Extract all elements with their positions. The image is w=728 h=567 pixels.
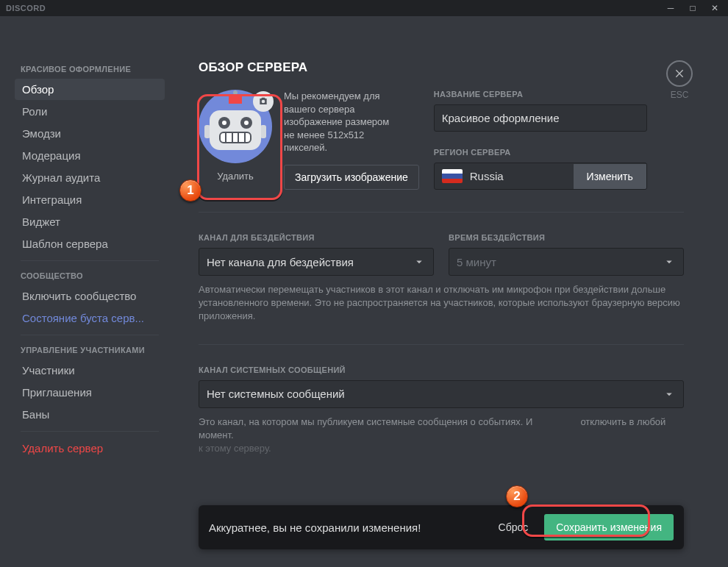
unsaved-changes-message: Аккуратнее, вы не сохранили изменения! [209,521,488,534]
afk-channel-label: КАНАЛ ДЛЯ БЕЗДЕЙСТВИЯ [199,233,434,242]
sidebar-section-members: УПРАВЛЕНИЕ УЧАСТНИКАМИ [15,341,165,359]
chevron-down-icon [663,388,676,401]
afk-timeout-select[interactable]: 5 минут [449,248,684,276]
system-channel-label: КАНАЛ СИСТЕМНЫХ СООБЩЕНИЙ [199,365,684,374]
chevron-down-icon [413,255,426,268]
close-icon [674,68,685,79]
save-changes-button[interactable]: Сохранить изменения [544,514,674,541]
afk-timeout-label: ВРЕМЯ БЕЗДЕЙСТВИЯ [449,233,684,242]
sidebar-item-invites[interactable]: Приглашения [15,382,165,403]
afk-help-text: Автоматически перемещать участников в эт… [199,283,684,324]
app-window: DISCORD ─ □ ✕ КРАСИВОЕ ОФОРМЛЕНИЕ Обзор … [0,0,728,567]
upload-image-button[interactable]: Загрузить изображение [284,165,419,190]
close-button[interactable]: ✕ [704,0,725,16]
server-region-value: Russia [435,163,574,189]
divider [199,212,684,213]
page-title: ОБЗОР СЕРВЕРА [199,60,684,75]
system-channel-value: Нет системных сообщений [207,388,345,400]
sidebar-item-delete-server[interactable]: Удалить сервер [15,438,165,459]
avatar-recommendation-text: Мы рекомендуем для вашего сервера изобра… [284,90,402,154]
change-region-button[interactable]: Изменить [574,164,646,189]
settings-sidebar: КРАСИВОЕ ОФОРМЛЕНИЕ Обзор Роли Эмодзи Мо… [0,16,169,567]
sidebar-section-community: СООБЩЕСТВО [15,267,165,285]
server-region-label: РЕГИОН СЕРВЕРА [434,148,647,157]
afk-timeout-value: 5 минут [457,256,496,268]
sidebar-divider [21,260,159,261]
sidebar-item-boost-status[interactable]: Состояние буста серв... [15,307,165,329]
annotation-badge-1: 1 [179,179,201,202]
remove-avatar-link[interactable]: Удалить [217,171,254,182]
sidebar-item-widget[interactable]: Виджет [15,211,165,232]
sidebar-item-template[interactable]: Шаблон сервера [15,233,165,254]
sidebar-item-audit-log[interactable]: Журнал аудита [15,167,165,188]
server-name-label: НАЗВАНИЕ СЕРВЕРА [434,90,647,99]
sidebar-section-server: КРАСИВОЕ ОФОРМЛЕНИЕ [15,60,165,78]
titlebar-brand: DISCORD [6,4,46,13]
sidebar-item-overview[interactable]: Обзор [15,79,165,100]
sidebar-item-bans[interactable]: Баны [15,404,165,425]
system-channel-select[interactable]: Нет системных сообщений [199,380,684,408]
sidebar-item-integrations[interactable]: Интеграция [15,189,165,210]
chevron-down-icon [663,255,676,268]
system-channel-help-text: Это канал, на котором мы публикуем систе… [199,416,684,456]
server-name-input[interactable] [434,104,647,132]
sidebar-item-roles[interactable]: Роли [15,101,165,122]
esc-label: ESC [666,90,693,100]
sidebar-item-enable-community[interactable]: Включить сообщество [15,285,165,307]
flag-russia-icon [442,169,463,183]
divider [199,344,684,345]
minimize-button[interactable]: ─ [660,0,681,16]
sidebar-divider [21,431,159,432]
window-controls: ─ □ ✕ [660,0,725,16]
sidebar-item-emoji[interactable]: Эмодзи [15,123,165,144]
unsaved-changes-bar: Аккуратнее, вы не сохранили изменения! С… [199,505,684,549]
maximize-button[interactable]: □ [682,0,703,16]
reset-button[interactable]: Сброс [499,521,529,533]
sidebar-divider [21,335,159,335]
close-settings-button[interactable]: ESC [666,60,693,100]
annotation-badge-2: 2 [506,485,528,507]
titlebar: DISCORD ─ □ ✕ [0,0,728,16]
afk-channel-value: Нет канала для бездействия [207,256,354,268]
region-name-text: Russia [470,170,504,182]
sidebar-item-members[interactable]: Участники [15,360,165,381]
upload-image-icon[interactable] [253,91,274,112]
sidebar-item-moderation[interactable]: Модерация [15,145,165,166]
afk-channel-select[interactable]: Нет канала для бездействия [199,248,434,276]
